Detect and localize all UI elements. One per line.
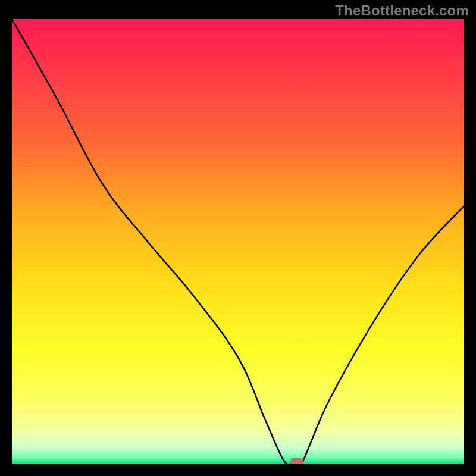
watermark-text: TheBottleneck.com [335, 2, 469, 19]
optimal-point-marker [290, 458, 303, 464]
chart-frame: TheBottleneck.com [0, 0, 476, 476]
plot-area [12, 19, 464, 464]
bottleneck-curve [12, 19, 464, 464]
